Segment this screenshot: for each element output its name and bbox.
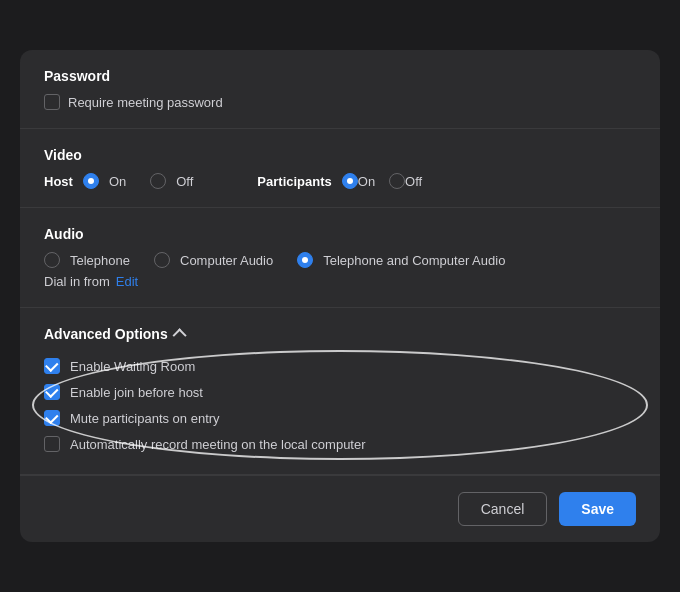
advanced-options-container: Enable Waiting Room Enable join before h…: [44, 354, 636, 456]
video-section: Video Host On Off Participants On Off: [20, 129, 660, 208]
advanced-option-2[interactable]: Mute participants on entry: [44, 410, 636, 426]
settings-modal: Password Require meeting password Video …: [20, 50, 660, 542]
participants-label: Participants: [257, 174, 331, 189]
auto-record-label: Automatically record meeting on the loca…: [70, 437, 366, 452]
cancel-button[interactable]: Cancel: [458, 492, 548, 526]
participants-on-label: On: [358, 174, 375, 189]
auto-record-checkbox[interactable]: [44, 436, 60, 452]
audio-title: Audio: [44, 226, 636, 242]
edit-link[interactable]: Edit: [116, 274, 138, 289]
chevron-up-icon[interactable]: [172, 328, 186, 342]
waiting-room-label: Enable Waiting Room: [70, 359, 195, 374]
audio-computer-radio[interactable]: [154, 252, 170, 268]
video-title: Video: [44, 147, 636, 163]
password-checkbox[interactable]: [44, 94, 60, 110]
audio-section: Audio Telephone Computer Audio Telephone…: [20, 208, 660, 308]
participants-off-radio[interactable]: [389, 173, 405, 189]
mute-participants-checkbox[interactable]: [44, 410, 60, 426]
audio-telephone-radio[interactable]: [44, 252, 60, 268]
advanced-title-row: Advanced Options: [44, 326, 636, 342]
password-checkbox-container[interactable]: Require meeting password: [44, 94, 636, 110]
waiting-room-checkbox[interactable]: [44, 358, 60, 374]
participants-off-label: Off: [405, 174, 422, 189]
host-on-label: On: [109, 174, 126, 189]
advanced-option-0[interactable]: Enable Waiting Room: [44, 358, 636, 374]
join-before-host-label: Enable join before host: [70, 385, 203, 400]
audio-both-radio[interactable]: [297, 252, 313, 268]
password-title: Password: [44, 68, 636, 84]
host-off-radio[interactable]: [150, 173, 166, 189]
advanced-option-3[interactable]: Automatically record meeting on the loca…: [44, 436, 636, 452]
dial-in-row: Dial in from Edit: [44, 274, 636, 289]
save-button[interactable]: Save: [559, 492, 636, 526]
audio-telephone-label: Telephone: [70, 253, 130, 268]
host-off-label: Off: [176, 174, 193, 189]
password-checkbox-label: Require meeting password: [68, 95, 223, 110]
mute-participants-label: Mute participants on entry: [70, 411, 220, 426]
advanced-option-1[interactable]: Enable join before host: [44, 384, 636, 400]
footer: Cancel Save: [20, 475, 660, 542]
audio-row: Telephone Computer Audio Telephone and C…: [44, 252, 636, 268]
audio-both-label: Telephone and Computer Audio: [323, 253, 505, 268]
participants-group: Participants On Off: [257, 173, 436, 189]
audio-computer-label: Computer Audio: [180, 253, 273, 268]
advanced-title: Advanced Options: [44, 326, 168, 342]
password-section: Password Require meeting password: [20, 50, 660, 129]
video-row: Host On Off Participants On Off: [44, 173, 636, 189]
host-label: Host: [44, 174, 73, 189]
participants-on-radio[interactable]: [342, 173, 358, 189]
dial-in-label: Dial in from: [44, 274, 110, 289]
host-on-radio[interactable]: [83, 173, 99, 189]
join-before-host-checkbox[interactable]: [44, 384, 60, 400]
advanced-options-section: Advanced Options Enable Waiting Room Ena…: [20, 308, 660, 475]
